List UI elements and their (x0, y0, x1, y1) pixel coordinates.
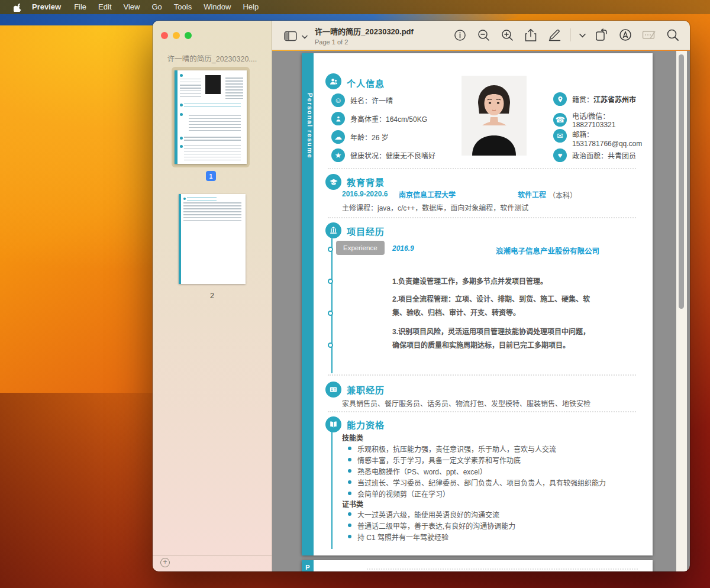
pdf-page-2: P (302, 560, 653, 571)
certificate-item: 普通话二级甲等，善于表达,有良好的沟通协调能力 (348, 521, 626, 531)
thumbnail-page-1[interactable] (175, 70, 247, 164)
bullet-dot (348, 480, 351, 484)
projects-icon (325, 222, 341, 238)
sidebar-document-title: 许一晴的简历_20230320.... (157, 53, 267, 64)
info-height-weight: 身高体重：164cm/50KG (331, 112, 427, 125)
certificate-item: 持 C1 驾照并有一年驾驶经验 (348, 532, 626, 542)
mini-lines (180, 79, 201, 99)
bullet-dot (348, 458, 351, 461)
mini-lines (189, 115, 241, 133)
menu-go[interactable]: Go (146, 0, 167, 14)
close-button[interactable] (161, 32, 168, 39)
menu-help[interactable]: Help (237, 0, 264, 14)
skills-group2-label: 证书类 (342, 499, 363, 509)
menu-file[interactable]: File (68, 0, 92, 14)
apple-menu-icon[interactable] (8, 3, 26, 12)
rotate-icon[interactable] (594, 27, 609, 43)
minimize-button[interactable] (173, 32, 180, 39)
experience-badge: Experience (336, 241, 385, 255)
zoom-out-icon[interactable] (476, 27, 491, 43)
section-divider (328, 374, 636, 376)
heart-icon: ♥ (553, 148, 567, 162)
education-school: 南京信息工程大学 (399, 189, 456, 199)
skills-group1-label: 技能类 (342, 432, 363, 442)
info-name: ☺ 姓名：许一晴 (331, 93, 393, 107)
traffic-lights (161, 32, 192, 39)
mini-dot (180, 113, 183, 116)
menu-view[interactable]: View (118, 0, 146, 14)
share-icon[interactable] (523, 27, 538, 43)
skill-item: 当过班长、学习委员、纪律委员、部门负责人、项目负责人，具有较强组织能力 (348, 477, 626, 487)
menu-edit[interactable]: Edit (92, 0, 117, 14)
info-age: ☁ 年龄：26 岁 (331, 130, 389, 144)
menu-tools[interactable]: Tools (168, 0, 198, 14)
certificate-item: 大一过英语六级，能使用英语良好的沟通交流 (348, 509, 626, 519)
education-courses: 主修课程：java，c/c++，数据库，面向对象编程，软件测试 (342, 202, 528, 212)
menu-preview[interactable]: Preview (26, 0, 68, 14)
mini-dot (180, 74, 183, 77)
section-title-personal: 个人信息 (347, 77, 385, 89)
section-title-education: 教育背景 (347, 176, 385, 188)
phone-icon: ☎ (553, 113, 567, 127)
add-page-button[interactable]: + (160, 558, 170, 567)
skills-icon (325, 416, 341, 432)
info-icon[interactable] (452, 27, 467, 43)
timeline-dot (328, 311, 333, 316)
mini-lines (225, 77, 243, 99)
scrollbar-track[interactable] (676, 51, 687, 571)
sidebar-menu-chevron-icon[interactable] (302, 31, 308, 41)
info-health: ★ 健康状况：健康无不良嗜好 (331, 148, 435, 162)
education-period: 2016.9-2020.6 (342, 190, 388, 198)
section-title-parttime: 兼职经历 (347, 383, 385, 396)
page-status: Page 1 of 2 (315, 38, 414, 46)
zoom-in-icon[interactable] (499, 27, 515, 43)
person-icon (331, 112, 345, 125)
resume-side-label: Personal resume (302, 58, 314, 194)
mini-dot (180, 104, 183, 106)
project-date: 2016.9 (392, 244, 414, 253)
project-item: 1.负责建设管理工作，多期多节点并发项目管理。 (392, 275, 591, 289)
sidebar-footer (153, 555, 272, 571)
mini-dot (180, 145, 183, 148)
skill-item: 熟悉电脑操作（PS、word、ppt、excel） (348, 466, 626, 476)
personal-info-icon (325, 73, 341, 89)
thumbnail-page-2[interactable] (179, 194, 246, 284)
smart-annotate-icon[interactable] (618, 27, 633, 43)
skill-item: 会简单的视频剪（正在学习） (348, 489, 626, 499)
zoom-button[interactable] (185, 32, 192, 39)
parttime-text: 家具销售员、餐厅服务员、话务员、物流打包、发型模特、服装销售、地铁安检 (342, 398, 590, 408)
markup-menu-chevron-icon[interactable] (579, 30, 586, 40)
bullet-dot (348, 469, 351, 473)
mini-lines (187, 197, 217, 201)
search-icon[interactable] (665, 27, 680, 43)
sidebar-toggle-icon[interactable] (283, 28, 298, 44)
skills-rule (331, 432, 333, 549)
menu-window[interactable]: Window (198, 0, 237, 14)
project-item: 2.项目全流程管理：立项、设计、排期、到货、施工、硬集、软集、验收、归档、审计、… (392, 293, 591, 321)
preview-window: 许一晴的简历_20230320.... 1 (153, 21, 690, 571)
scrollbar-thumb[interactable] (679, 54, 684, 309)
section-title-projects: 项目经历 (347, 225, 385, 237)
menu-bar: Preview File Edit View Go Tools Window H… (0, 0, 710, 14)
thumbnail-sidebar: 许一晴的简历_20230320.... 1 (153, 21, 272, 571)
cloud-icon: ☁ (331, 130, 345, 144)
portrait-photo (462, 76, 527, 156)
skill-item: 情感丰富，乐于学习，具备一定文学素养和写作功底 (348, 455, 626, 465)
markup-pencil-icon[interactable] (547, 27, 562, 43)
desktop: Preview File Edit View Go Tools Window H… (0, 0, 710, 588)
section-divider (328, 217, 636, 218)
window-titlebar: 许一晴的简历_20230320.pdf Page 1 of 2 (272, 21, 690, 50)
timeline-dot (328, 343, 333, 348)
pdf-viewer[interactable]: Personal resume 个人信息 ☺ 姓名：许一晴 身高 (272, 51, 690, 571)
window-title: 许一晴的简历_20230320.pdf (315, 25, 414, 37)
bullet-dot (348, 524, 351, 527)
page-2-label: 2 (179, 292, 246, 300)
timeline-dot (328, 279, 333, 284)
timeline-line (331, 238, 333, 373)
mini-dot (180, 137, 183, 140)
skill-item: 乐观积极，抗压能力强，责任意识强，乐于助人，喜欢与人交流 (348, 444, 626, 454)
info-phone: ☎ 电话/微信：18827103321 (553, 111, 653, 129)
info-politics: ♥ 政治面貌：共青团员 (553, 148, 636, 162)
bullet-dot (348, 492, 351, 495)
mini-stripe (179, 194, 181, 284)
